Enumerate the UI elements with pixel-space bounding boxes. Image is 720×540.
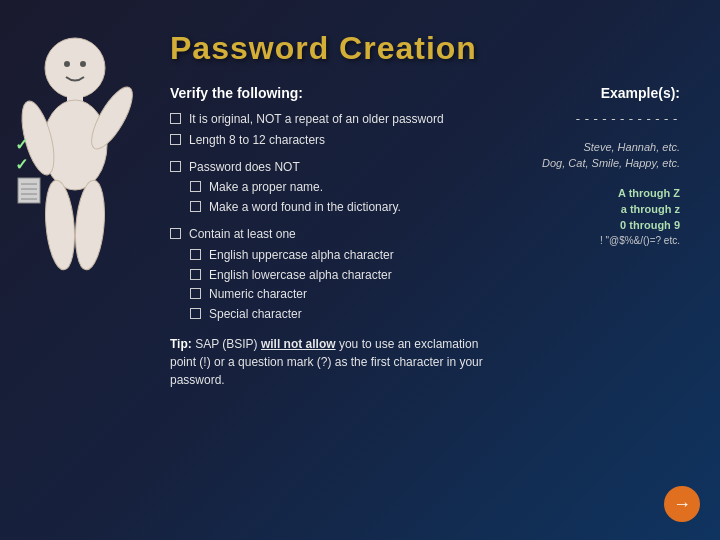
list-section-contain: Contain at least one English uppercase a… [170, 226, 500, 323]
example-proper-names: Steve, Hannah, etc. [520, 141, 680, 153]
item-text-numeric: Numeric character [209, 286, 307, 303]
example-dashes: ------------ [520, 111, 680, 126]
item-text-no-name: Make a proper name. [209, 179, 323, 196]
item-text-length: Length 8 to 12 characters [189, 132, 325, 149]
tip-underline: will not allow [261, 337, 336, 351]
left-content: Verify the following: It is original, NO… [170, 85, 500, 389]
checkbox-original [170, 113, 181, 124]
checkbox-special [190, 308, 201, 319]
example-lower-range: a through z [520, 203, 680, 215]
right-content: Example(s): ------------ Steve, Hannah, … [520, 85, 680, 389]
sub-item-lower: English lowercase alpha character [190, 267, 500, 284]
main-content: Verify the following: It is original, NO… [170, 85, 680, 389]
item-text-lower: English lowercase alpha character [209, 267, 392, 284]
item-text-no-dict: Make a word found in the dictionary. [209, 199, 401, 216]
arrow-icon: → [673, 494, 691, 515]
sub-list-contain: English uppercase alpha character Englis… [190, 247, 500, 323]
page-title: Password Creation [170, 30, 680, 67]
verify-heading: Verify the following: [170, 85, 500, 101]
svg-point-5 [42, 179, 78, 271]
next-arrow-button[interactable]: → [664, 486, 700, 522]
item-text-special: Special character [209, 306, 302, 323]
svg-text:✓: ✓ [15, 136, 28, 153]
sub-item-no-dict: Make a word found in the dictionary. [190, 199, 500, 216]
checkbox-no-name [190, 181, 201, 192]
sub-item-no-name: Make a proper name. [190, 179, 500, 196]
list-item-original: It is original, NOT a repeat of an older… [170, 111, 500, 128]
item-text-original: It is original, NOT a repeat of an older… [189, 111, 444, 128]
example-num-range: 0 through 9 [520, 219, 680, 231]
example-dict-words: Dog, Cat, Smile, Happy, etc. [520, 157, 680, 169]
sub-item-numeric: Numeric character [190, 286, 500, 303]
svg-point-7 [64, 61, 70, 67]
svg-text:✓: ✓ [15, 156, 28, 173]
list-item-contain: Contain at least one [170, 226, 500, 243]
item-text-contain: Contain at least one [189, 226, 296, 243]
figure-container: ✓ ✓ [10, 30, 160, 310]
item-text-upper: English uppercase alpha character [209, 247, 394, 264]
checkbox-not-proper [170, 161, 181, 172]
checkbox-no-dict [190, 201, 201, 212]
svg-point-0 [45, 38, 105, 98]
example-special-range: ! "@$%&/()=? etc. [520, 235, 680, 246]
example-heading: Example(s): [520, 85, 680, 101]
tip-text-before: SAP (BSIP) [195, 337, 261, 351]
item-text-not-proper: Password does NOT [189, 159, 300, 176]
sub-item-upper: English uppercase alpha character [190, 247, 500, 264]
example-upper-range: A through Z [520, 187, 680, 199]
list-section-not-proper: Password does NOT Make a proper name. Ma… [170, 159, 500, 216]
checkbox-lower [190, 269, 201, 280]
slide: ✓ ✓ Password Creation Verify the followi… [0, 0, 720, 540]
list-section-original: It is original, NOT a repeat of an older… [170, 111, 500, 149]
ranges-container: A through Z a through z 0 through 9 ! "@… [520, 187, 680, 246]
checkbox-contain [170, 228, 181, 239]
tip-section: Tip: SAP (BSIP) will not allow you to us… [170, 335, 500, 389]
tip-label: Tip: [170, 337, 192, 351]
list-item-length: Length 8 to 12 characters [170, 132, 500, 149]
sub-list-not-proper: Make a proper name. Make a word found in… [190, 179, 500, 216]
proper-names-example: Steve, Hannah, etc. Dog, Cat, Smile, Hap… [520, 141, 680, 169]
svg-point-6 [72, 179, 108, 271]
sub-item-special: Special character [190, 306, 500, 323]
svg-point-8 [80, 61, 86, 67]
list-item-not-proper: Password does NOT [170, 159, 500, 176]
checkbox-numeric [190, 288, 201, 299]
checkbox-length [170, 134, 181, 145]
checkbox-upper [190, 249, 201, 260]
figure-svg: ✓ ✓ [10, 30, 140, 300]
